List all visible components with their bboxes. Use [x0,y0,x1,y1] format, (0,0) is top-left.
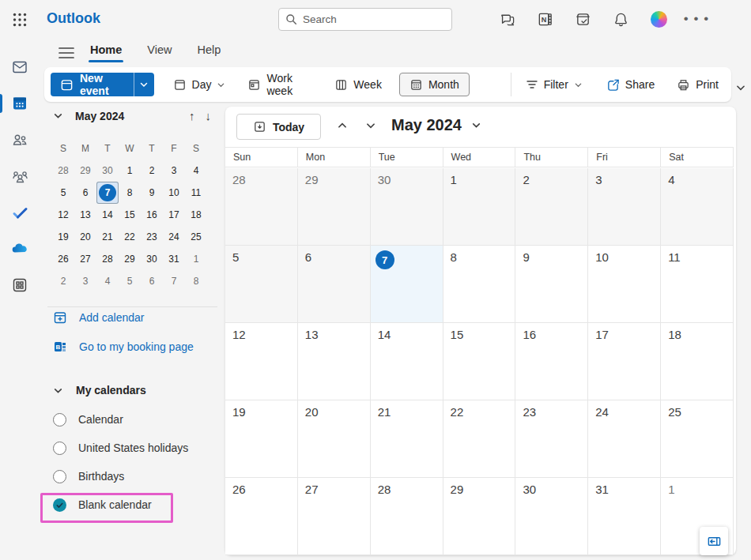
calendar-checkbox-checked[interactable] [53,498,66,512]
minical-day[interactable]: 31 [163,248,185,270]
rail-people-icon[interactable] [0,122,40,158]
minical-day[interactable]: 17 [163,204,185,226]
minical-day[interactable]: 5 [52,182,74,204]
calendar-cell[interactable]: 8 [443,246,516,323]
minical-day[interactable]: 28 [52,160,74,182]
minical-day[interactable]: 2 [52,270,74,292]
copilot-icon[interactable] [640,0,677,38]
calendar-checkbox[interactable] [53,413,66,427]
minical-day[interactable]: 4 [185,160,207,182]
tab-home[interactable]: Home [90,43,122,62]
view-week-button[interactable]: Week [328,73,388,96]
month-title[interactable]: May 2024 [391,116,481,134]
minical-day[interactable]: 27 [74,248,96,270]
tab-view[interactable]: View [147,43,172,62]
next-month-icon[interactable] [365,120,376,131]
minical-day[interactable]: 2 [141,160,163,182]
minical-day[interactable]: 26 [52,248,74,270]
minical-day-selected[interactable]: 7 [96,182,119,204]
minical-day[interactable]: 1 [119,160,141,182]
calendar-cell[interactable]: 6 [298,246,371,323]
new-event-button[interactable]: New event [51,73,154,96]
minical-prev-icon[interactable]: ↑ [189,109,195,122]
view-work-week-button[interactable]: Work week [241,73,319,96]
minical-day[interactable]: 13 [74,204,96,226]
calendar-cell[interactable]: 4 [661,168,734,246]
calendar-cell[interactable]: 31 [588,478,661,555]
search-input[interactable] [303,13,445,25]
minical-title[interactable]: May 2024 [75,110,124,122]
rail-onedrive-icon[interactable] [0,231,40,267]
print-button[interactable]: Print [670,73,725,96]
calendar-cell[interactable]: 29 [298,168,371,246]
calendar-cell[interactable]: 30 [371,168,443,246]
minical-day[interactable]: 28 [96,248,119,270]
calendar-cell[interactable]: 25 [661,400,734,478]
calendar-cell[interactable]: 26 [225,478,298,555]
minical-day[interactable]: 18 [185,204,207,226]
minical-collapse-icon[interactable] [53,111,63,121]
minical-day[interactable]: 6 [141,270,163,292]
minical-day[interactable]: 9 [141,182,163,204]
booking-page-link[interactable]: B Go to my booking page [53,340,194,354]
minical-day[interactable]: 7 [163,270,185,292]
hamburger-menu-icon[interactable] [55,43,77,62]
onenote-icon[interactable]: N [526,0,564,38]
chat-icon[interactable] [488,0,526,38]
calendar-cell[interactable]: 16 [515,323,588,400]
calendar-cell[interactable]: 28 [371,478,443,555]
minical-day[interactable]: 4 [96,270,119,292]
calendar-cell[interactable]: 5 [225,246,298,323]
calendar-item[interactable]: Birthdays [40,462,225,490]
note-check-icon[interactable] [564,0,602,38]
minical-day[interactable]: 30 [96,160,119,182]
prev-month-icon[interactable] [337,120,348,131]
open-right-panel-button[interactable] [700,527,728,555]
calendar-cell[interactable]: 18 [661,323,734,400]
rail-groups-icon[interactable] [0,158,40,194]
calendar-cell[interactable]: 19 [225,400,298,478]
minical-day[interactable]: 12 [52,204,74,226]
collapse-ribbon-icon[interactable] [735,82,746,96]
calendar-cell[interactable]: 30 [515,478,588,555]
calendar-cell[interactable]: 11 [661,246,734,323]
minical-day[interactable]: 29 [74,160,96,182]
calendar-cell-today[interactable]: 7 [371,246,443,323]
calendar-cell[interactable]: 23 [515,400,588,478]
minical-day[interactable]: 8 [119,182,141,204]
minical-day[interactable]: 21 [96,226,119,248]
calendar-cell[interactable]: 22 [443,400,516,478]
share-button[interactable]: Share [600,73,661,96]
rail-mail-icon[interactable] [0,49,40,85]
minical-day[interactable]: 24 [163,226,185,248]
calendar-checkbox[interactable] [53,470,66,483]
minical-next-icon[interactable]: ↓ [206,109,212,122]
view-month-button[interactable]: Month [399,73,470,96]
minical-day[interactable]: 3 [74,270,96,292]
minical-day[interactable]: 30 [141,248,163,270]
minical-day[interactable]: 11 [185,182,207,204]
calendar-cell[interactable]: 21 [371,400,443,478]
today-button[interactable]: Today [236,114,321,140]
calendar-cell[interactable]: 20 [298,400,371,478]
calendar-cell[interactable]: 29 [443,478,516,555]
minical-day[interactable]: 14 [96,204,119,226]
minical-day[interactable]: 15 [119,204,141,226]
add-calendar-link[interactable]: Add calendar [53,310,145,325]
calendar-cell[interactable]: 24 [588,400,661,478]
calendar-cell[interactable]: 14 [371,323,443,400]
filter-button[interactable]: Filter [519,73,589,96]
more-options-icon[interactable]: • • • [677,0,715,38]
rail-more-apps-icon[interactable] [0,267,40,303]
minical-day[interactable]: 5 [119,270,141,292]
calendar-cell[interactable]: 10 [588,246,661,323]
minical-day[interactable]: 8 [185,270,207,292]
calendar-cell[interactable]: 2 [515,168,588,246]
minical-day[interactable]: 25 [185,226,207,248]
minical-day[interactable]: 6 [74,182,96,204]
calendar-cell[interactable]: 1 [443,168,516,246]
minical-day[interactable]: 19 [52,226,74,248]
new-event-dropdown[interactable] [134,73,154,96]
calendar-cell[interactable]: 9 [515,246,588,323]
view-day-button[interactable]: Day [167,73,232,96]
